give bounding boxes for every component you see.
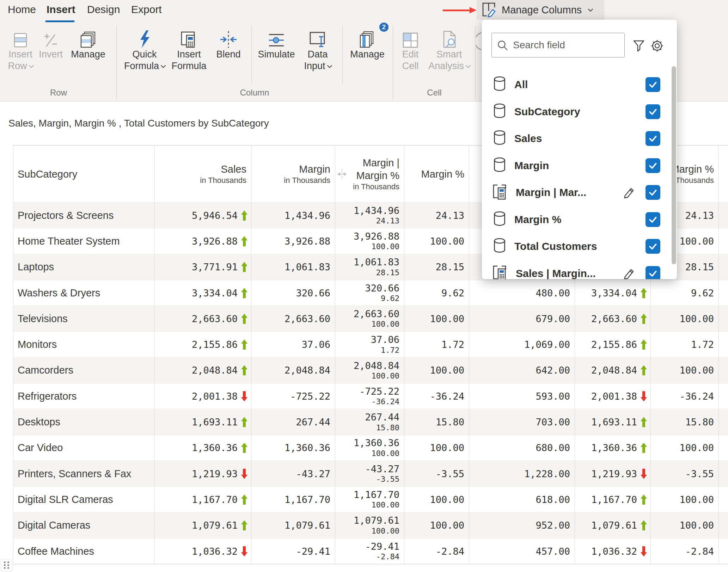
sales-margin-cell[interactable]: 1,219.93 [575, 461, 651, 486]
marginpct-thousands-cell[interactable]: 9.62 [651, 280, 719, 306]
total-customers-cell[interactable]: 1,228.00 [469, 461, 575, 486]
margin-marginpct-cell[interactable]: 2,048.84100.00 [335, 358, 404, 383]
sales-cell[interactable]: 1,036.32 [155, 539, 251, 564]
sales-cell[interactable]: 2,663.60 [155, 306, 251, 331]
sales-cell[interactable]: 2,048.84 [155, 358, 251, 383]
margin-marginpct-cell[interactable]: -29.41-2.84 [335, 539, 404, 564]
marginpct-cell[interactable]: -36.24 [404, 383, 469, 409]
margin-cell[interactable]: 1,061.83 [251, 254, 335, 280]
margin-marginpct-cell[interactable]: -43.27-3.55 [335, 461, 404, 486]
tab-export[interactable]: Export [131, 4, 162, 16]
insert-formula-button[interactable]: Insert Formula [169, 25, 209, 72]
sales-margin-cell[interactable]: 2,001.38 [575, 383, 651, 409]
margin-cell[interactable]: 267.44 [251, 409, 335, 435]
field-checkbox[interactable] [646, 131, 660, 146]
sales-margin-cell[interactable]: 1,360.36 [575, 435, 651, 461]
sales-margin-cell[interactable]: 1,693.11 [575, 409, 651, 435]
edit-pencil-icon[interactable] [622, 185, 636, 200]
sales-cell[interactable]: 2,155.86 [155, 332, 251, 357]
marginpct-thousands-cell[interactable]: 100.00 [651, 513, 719, 538]
sales-cell[interactable]: 1,167.70 [155, 487, 251, 512]
marginpct-cell[interactable]: 24.13 [404, 203, 469, 228]
search-field[interactable] [491, 33, 625, 57]
subcategory-cell[interactable]: Digital Cameras [13, 513, 155, 538]
edit-cell-button[interactable]: Edit Cell [397, 25, 424, 72]
margin-cell[interactable]: 1,167.70 [251, 487, 335, 512]
simulate-button[interactable]: Simulate [256, 25, 297, 60]
settings-gear-icon[interactable] [650, 39, 664, 53]
margin-marginpct-cell[interactable]: 2,663.60100.00 [335, 306, 404, 331]
marginpct-cell[interactable]: 100.00 [404, 487, 469, 512]
total-customers-cell[interactable]: 952.00 [469, 513, 575, 538]
sales-margin-cell[interactable]: 3,334.04 [575, 280, 651, 306]
sales-cell[interactable]: 3,771.91 [155, 254, 251, 280]
marginpct-cell[interactable]: 100.00 [404, 228, 469, 254]
field-item[interactable]: Sales [482, 125, 677, 152]
margin-marginpct-cell[interactable]: 320.669.62 [335, 280, 404, 306]
total-customers-cell[interactable]: 679.00 [469, 306, 575, 331]
blend-button[interactable]: Blend [211, 25, 246, 60]
marginpct-cell[interactable]: 100.00 [404, 435, 469, 461]
margin-cell[interactable]: 2,663.60 [251, 306, 335, 331]
margin-marginpct-cell[interactable]: 1,061.8328.15 [335, 254, 404, 280]
subcategory-cell[interactable]: Printers, Scanners & Fax [13, 461, 155, 486]
field-checkbox[interactable] [646, 104, 660, 119]
header-marginpct[interactable]: Margin % [404, 146, 469, 202]
total-customers-cell[interactable]: 1,069.00 [469, 332, 575, 357]
margin-cell[interactable]: 37.06 [251, 332, 335, 357]
insert-row-button[interactable]: Insert Row [6, 25, 35, 72]
marginpct-thousands-cell[interactable]: -3.55 [651, 461, 719, 486]
margin-cell[interactable]: -725.22 [251, 383, 335, 409]
field-item[interactable]: All [482, 71, 677, 98]
marginpct-thousands-cell[interactable]: 100.00 [651, 306, 719, 331]
marginpct-cell[interactable]: 100.00 [404, 513, 469, 538]
field-checkbox[interactable] [646, 212, 660, 227]
filter-icon[interactable] [632, 39, 645, 53]
marginpct-thousands-cell[interactable]: 100.00 [651, 435, 719, 461]
field-checkbox[interactable] [646, 158, 660, 173]
margin-marginpct-cell[interactable]: 3,926.88100.00 [335, 228, 404, 254]
sales-cell[interactable]: 3,334.04 [155, 280, 251, 306]
marginpct-cell[interactable]: 15.80 [404, 409, 469, 435]
margin-cell[interactable]: 3,926.88 [251, 228, 335, 254]
margin-cell[interactable]: 1,079.61 [251, 513, 335, 538]
sales-cell[interactable]: 1,360.36 [155, 435, 251, 461]
field-checkbox[interactable] [646, 239, 660, 254]
subcategory-cell[interactable]: Televisions [13, 306, 155, 331]
sales-cell[interactable]: 1,219.93 [155, 461, 251, 486]
subcategory-cell[interactable]: Car Video [13, 435, 155, 461]
invert-button[interactable]: Invert [37, 25, 65, 60]
subcategory-cell[interactable]: Monitors [13, 332, 155, 357]
margin-marginpct-cell[interactable]: 1,167.70100.00 [335, 487, 404, 512]
subcategory-cell[interactable]: Coffee Machines [13, 539, 155, 564]
smart-analysis-button[interactable]: Smart Analysis [426, 25, 472, 72]
marginpct-thousands-cell[interactable]: 1.72 [651, 332, 719, 357]
total-customers-cell[interactable]: 642.00 [469, 358, 575, 383]
total-customers-cell[interactable]: 593.00 [469, 383, 575, 409]
subcategory-cell[interactable]: Refrigerators [13, 383, 155, 409]
subcategory-cell[interactable]: Home Theater System [13, 228, 155, 254]
field-item[interactable]: Total Customers [482, 233, 677, 260]
search-input[interactable] [513, 33, 622, 57]
sales-margin-cell[interactable]: 1,079.61 [575, 513, 651, 538]
field-item[interactable]: SubCategory [482, 98, 677, 125]
marginpct-thousands-cell[interactable]: 100.00 [651, 487, 719, 512]
marginpct-cell[interactable]: 100.00 [404, 358, 469, 383]
total-customers-cell[interactable]: 480.00 [469, 280, 575, 306]
header-subcategory[interactable]: SubCategory [13, 146, 155, 202]
sales-cell[interactable]: 1,693.11 [155, 409, 251, 435]
drag-handle[interactable] [1, 559, 12, 571]
margin-marginpct-cell[interactable]: -725.22-36.24 [335, 383, 404, 409]
field-item[interactable]: Margin [482, 152, 677, 179]
data-input-button[interactable]: Data Input [299, 25, 336, 72]
manage-columns-button[interactable]: Manage Columns [477, 0, 604, 20]
margin-cell[interactable]: -29.41 [251, 539, 335, 564]
sales-cell[interactable]: 2,001.38 [155, 383, 251, 409]
subcategory-cell[interactable]: Projectors & Screens [13, 203, 155, 228]
total-customers-cell[interactable]: 680.00 [469, 435, 575, 461]
field-item[interactable]: Margin % [482, 206, 677, 233]
tab-home[interactable]: Home [8, 4, 36, 16]
marginpct-thousands-cell[interactable]: -2.84 [651, 539, 719, 564]
margin-marginpct-cell[interactable]: 37.061.72 [335, 332, 404, 357]
marginpct-cell[interactable]: -2.84 [404, 539, 469, 564]
